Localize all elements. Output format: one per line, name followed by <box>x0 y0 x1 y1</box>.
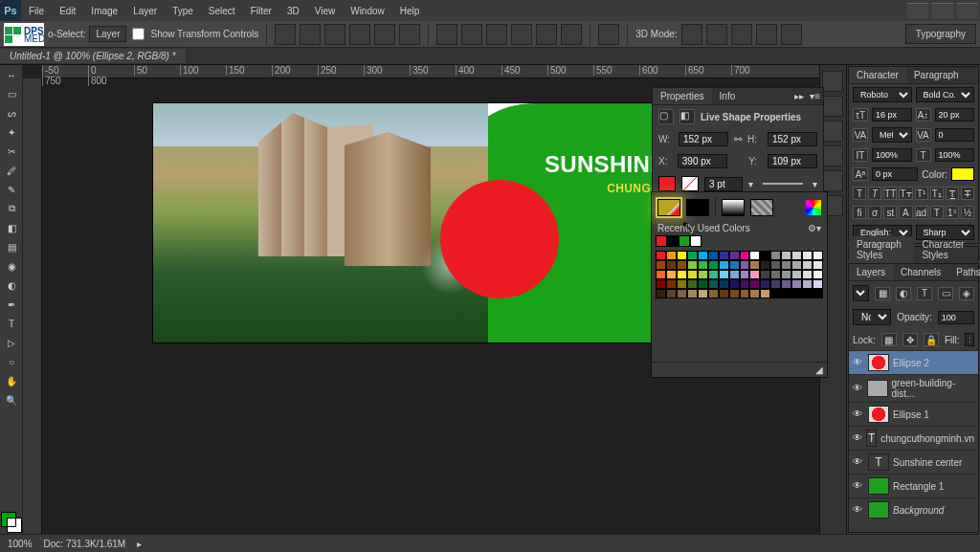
tab-properties[interactable]: Properties <box>653 88 712 104</box>
menu-filter[interactable]: Filter <box>243 2 279 20</box>
stroke-width-input[interactable] <box>704 177 743 191</box>
auto-align-icon[interactable] <box>598 24 619 45</box>
color-swatch[interactable] <box>677 251 687 260</box>
opentype-icon[interactable]: fi <box>853 206 866 219</box>
close-button[interactable] <box>957 3 978 18</box>
recent-swatch[interactable] <box>690 235 702 247</box>
stroke-style-dropdown[interactable]: ▾ <box>813 179 817 189</box>
show-transform-checkbox[interactable] <box>132 28 145 40</box>
color-swatch[interactable] <box>813 279 823 289</box>
text-color-swatch[interactable] <box>951 167 974 181</box>
color-swatch[interactable] <box>677 279 687 289</box>
opentype-icon[interactable]: 1ˢ <box>946 206 959 219</box>
color-swatch[interactable] <box>719 270 729 279</box>
gear-icon[interactable]: ⚙▾ <box>808 223 821 233</box>
resize-grip-icon[interactable]: ◢ <box>815 364 823 375</box>
color-swatches[interactable] <box>0 511 22 534</box>
marquee-tool-icon[interactable]: ▭ <box>0 84 23 103</box>
maximize-button[interactable] <box>932 3 953 18</box>
pen-tool-icon[interactable]: ✒ <box>0 295 23 314</box>
eraser-tool-icon[interactable]: ◧ <box>0 218 23 237</box>
crop-tool-icon[interactable]: ✂ <box>0 142 23 161</box>
color-swatch[interactable] <box>666 251 677 260</box>
layer-row[interactable]: 👁TSunshine center <box>849 450 978 474</box>
distribute-icon[interactable] <box>436 24 457 45</box>
stamp-tool-icon[interactable]: ⧉ <box>0 199 23 218</box>
color-swatch[interactable] <box>729 289 740 298</box>
menu-3d[interactable]: 3D <box>279 2 307 20</box>
blur-tool-icon[interactable]: ◉ <box>0 256 23 276</box>
visibility-icon[interactable]: 👁 <box>853 504 864 516</box>
color-swatch[interactable] <box>729 279 740 289</box>
dodge-tool-icon[interactable]: ◐ <box>0 276 23 295</box>
menu-edit[interactable]: Edit <box>52 2 83 20</box>
color-swatch[interactable] <box>656 279 666 289</box>
color-swatch[interactable] <box>740 270 750 279</box>
minimize-button[interactable] <box>907 3 928 18</box>
color-swatch[interactable] <box>677 260 687 270</box>
tab-channels[interactable]: Channels <box>893 264 948 280</box>
3d-mode-icon[interactable] <box>681 24 702 45</box>
color-swatch[interactable] <box>802 260 813 270</box>
color-swatch[interactable] <box>813 289 823 298</box>
opentype-icon[interactable]: σ <box>868 206 881 219</box>
strike-icon[interactable]: T̶ <box>961 187 974 200</box>
color-swatch[interactable] <box>749 260 760 270</box>
blend-mode-select[interactable]: Normal <box>853 309 891 325</box>
tab-layers[interactable]: Layers <box>849 264 893 280</box>
color-swatch[interactable] <box>708 270 719 279</box>
x-input[interactable] <box>678 154 727 168</box>
opentype-icon[interactable]: ad <box>915 206 928 219</box>
swatch-preset-solid[interactable] <box>686 199 709 216</box>
color-swatch[interactable] <box>770 289 781 298</box>
filter-shape-icon[interactable]: ▭ <box>938 287 953 300</box>
align-icon[interactable] <box>399 24 420 45</box>
align-icon[interactable] <box>324 24 345 45</box>
align-icon[interactable] <box>300 24 321 45</box>
lock-all-icon[interactable]: 🔒 <box>924 333 939 346</box>
color-swatch[interactable] <box>749 270 760 279</box>
superscript-icon[interactable]: T¹ <box>915 187 928 200</box>
opacity-input[interactable] <box>938 311 974 324</box>
color-swatch[interactable] <box>781 289 791 298</box>
menu-image[interactable]: Image <box>83 2 125 20</box>
path-tool-icon[interactable]: ▷ <box>0 333 23 352</box>
background-color[interactable] <box>8 519 21 532</box>
adjustments-dock-icon[interactable] <box>822 170 843 191</box>
distribute-icon[interactable] <box>561 24 582 45</box>
color-swatch[interactable] <box>698 270 708 279</box>
align-icon[interactable] <box>349 24 370 45</box>
filter-adj-icon[interactable]: ◐ <box>896 287 911 300</box>
3d-mode-icon[interactable] <box>781 24 802 45</box>
tab-character-styles[interactable]: Character Styles <box>914 236 978 263</box>
visibility-icon[interactable]: 👁 <box>853 357 864 368</box>
color-swatch[interactable] <box>802 251 813 260</box>
color-swatch[interactable] <box>781 260 791 270</box>
recent-swatch[interactable] <box>667 235 679 247</box>
color-swatch[interactable] <box>698 279 708 289</box>
color-swatch[interactable] <box>749 251 760 260</box>
color-swatch[interactable] <box>802 279 813 289</box>
menu-select[interactable]: Select <box>201 2 243 20</box>
layer-filter-select[interactable]: ρ Kind <box>853 285 869 301</box>
color-swatch[interactable] <box>740 260 750 270</box>
color-swatch[interactable] <box>781 279 791 289</box>
color-swatch[interactable] <box>770 279 781 289</box>
move-tool-icon[interactable]: ↔ <box>0 65 23 84</box>
color-swatch[interactable] <box>677 289 687 298</box>
tab-info[interactable]: Info <box>712 88 744 104</box>
tab-paragraph[interactable]: Paragraph <box>906 67 967 83</box>
kerning-select[interactable]: Metrics <box>872 127 912 143</box>
color-swatch[interactable] <box>760 270 770 279</box>
color-swatch[interactable] <box>698 251 708 260</box>
distribute-icon[interactable] <box>486 24 507 45</box>
tab-character[interactable]: Character <box>849 67 906 83</box>
height-input[interactable] <box>768 132 817 146</box>
visibility-icon[interactable]: 👁 <box>853 432 862 444</box>
gradient-tool-icon[interactable]: ▤ <box>0 237 23 256</box>
opentype-icon[interactable]: st <box>883 206 897 219</box>
color-swatch[interactable] <box>656 270 666 279</box>
3d-mode-icon[interactable] <box>756 24 777 45</box>
color-swatch[interactable] <box>729 251 740 260</box>
color-swatch[interactable] <box>770 260 781 270</box>
